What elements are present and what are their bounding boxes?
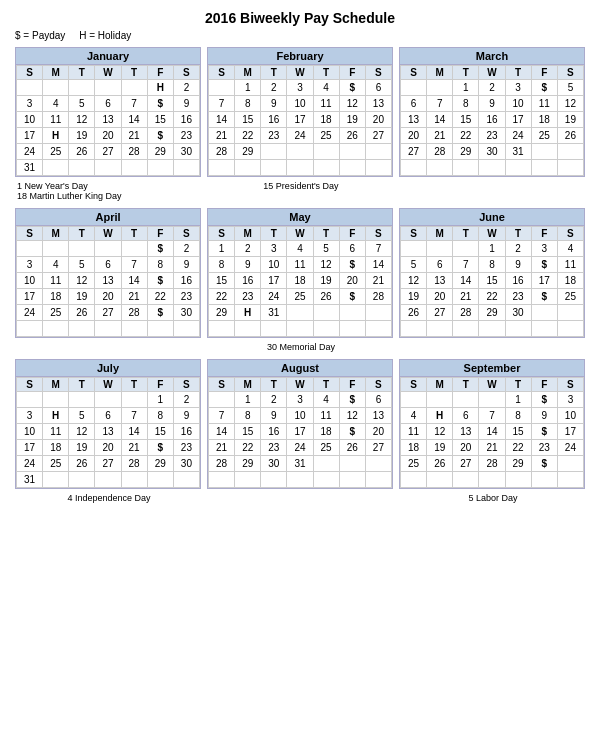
cal-cell (531, 321, 557, 337)
cal-cell: 24 (17, 305, 43, 321)
cal-cell: 18 (313, 424, 339, 440)
day-header: S (17, 378, 43, 392)
cal-cell: 17 (17, 440, 43, 456)
cal-cell (43, 241, 69, 257)
cal-cell: 11 (43, 273, 69, 289)
cal-cell: 22 (235, 128, 261, 144)
notes-row-0: 1 New Year's Day18 Martin Luther King Da… (15, 181, 585, 201)
day-header: F (339, 227, 365, 241)
table-row: 1234$6 (209, 392, 392, 408)
cal-cell: 18 (531, 112, 557, 128)
cal-cell: 24 (17, 456, 43, 472)
cal-cell: 4 (313, 80, 339, 96)
calendar-title-september: September (400, 360, 584, 377)
cal-cell (427, 472, 453, 488)
cal-cell (69, 241, 95, 257)
cal-cell (261, 160, 287, 176)
cal-cell: 16 (173, 424, 199, 440)
cal-cell (147, 472, 173, 488)
cal-cell: 8 (235, 408, 261, 424)
table-row (209, 160, 392, 176)
cal-cell: 24 (557, 440, 583, 456)
cal-cell: 14 (453, 273, 479, 289)
cal-cell: 2 (505, 241, 531, 257)
calendar-july: JulySMTWTFS123H5678910111213141516171819… (15, 359, 201, 489)
cal-cell: 1 (453, 80, 479, 96)
cal-cell (427, 392, 453, 408)
cal-cell (505, 472, 531, 488)
calendar-grid-may: SMTWTFS123456789101112$14151617181920212… (208, 226, 392, 337)
table-row: 20212223242526 (401, 128, 584, 144)
cal-cell: 12 (69, 273, 95, 289)
calendar-row-1: AprilSMTWTFS$234567891011121314$16171819… (15, 208, 585, 338)
cal-cell: 9 (261, 96, 287, 112)
cal-cell (453, 241, 479, 257)
cal-cell: 20 (95, 128, 121, 144)
cal-cell: 28 (209, 144, 235, 160)
cal-cell: 1 (147, 392, 173, 408)
cal-cell: 17 (17, 289, 43, 305)
cal-cell (173, 160, 199, 176)
cal-cell (147, 321, 173, 337)
cal-cell: 29 (505, 456, 531, 472)
cal-cell: 1 (235, 80, 261, 96)
notes-cell: 30 Memorial Day (207, 342, 393, 352)
cal-cell: 18 (43, 289, 69, 305)
table-row: 24252627282930 (17, 456, 200, 472)
cal-cell: 29 (235, 456, 261, 472)
cal-cell: 13 (95, 273, 121, 289)
cal-cell: 22 (209, 289, 235, 305)
day-header: T (505, 66, 531, 80)
cal-cell (235, 472, 261, 488)
cal-cell (453, 472, 479, 488)
cal-cell (43, 321, 69, 337)
cal-cell (121, 241, 147, 257)
cal-cell: 21 (121, 289, 147, 305)
cal-cell: $ (339, 392, 365, 408)
day-header: F (339, 66, 365, 80)
cal-cell: 10 (17, 112, 43, 128)
calendar-grid-july: SMTWTFS123H56789101112131415161718192021… (16, 377, 200, 488)
cal-cell: 8 (505, 408, 531, 424)
day-header: T (69, 378, 95, 392)
cal-cell (427, 321, 453, 337)
cal-cell: 31 (17, 472, 43, 488)
cal-cell (287, 305, 313, 321)
cal-cell: 3 (17, 96, 43, 112)
cal-cell: H (235, 305, 261, 321)
cal-cell: 15 (147, 424, 173, 440)
calendar-grid-april: SMTWTFS$234567891011121314$1617181920212… (16, 226, 200, 337)
cal-cell: 10 (287, 96, 313, 112)
cal-cell: 23 (235, 289, 261, 305)
cal-cell: 7 (121, 408, 147, 424)
cal-cell: 8 (209, 257, 235, 273)
cal-cell: 12 (401, 273, 427, 289)
notes-cell (399, 342, 585, 352)
cal-cell: 20 (453, 440, 479, 456)
cal-cell: 29 (209, 305, 235, 321)
cal-cell (479, 160, 505, 176)
cal-cell: 19 (557, 112, 583, 128)
day-header: W (95, 378, 121, 392)
table-row: 31 (17, 472, 200, 488)
cal-cell (287, 321, 313, 337)
cal-cell: 1 (505, 392, 531, 408)
cal-cell: 11 (43, 112, 69, 128)
cal-cell (313, 472, 339, 488)
cal-cell: 23 (173, 440, 199, 456)
cal-cell: 17 (505, 112, 531, 128)
note-line: 1 New Year's Day (17, 181, 201, 191)
cal-cell: 18 (401, 440, 427, 456)
cal-cell (427, 80, 453, 96)
cal-cell (69, 80, 95, 96)
cal-cell: 25 (401, 456, 427, 472)
cal-cell: 6 (365, 80, 391, 96)
cal-cell (313, 456, 339, 472)
cal-cell: 21 (121, 440, 147, 456)
cal-cell: 22 (453, 128, 479, 144)
cal-cell: 13 (95, 112, 121, 128)
calendar-row-0: JanuarySMTWTFSH234567$91011121314151617H… (15, 47, 585, 177)
cal-cell: 7 (209, 96, 235, 112)
table-row: 1920212223$25 (401, 289, 584, 305)
cal-cell: 13 (427, 273, 453, 289)
